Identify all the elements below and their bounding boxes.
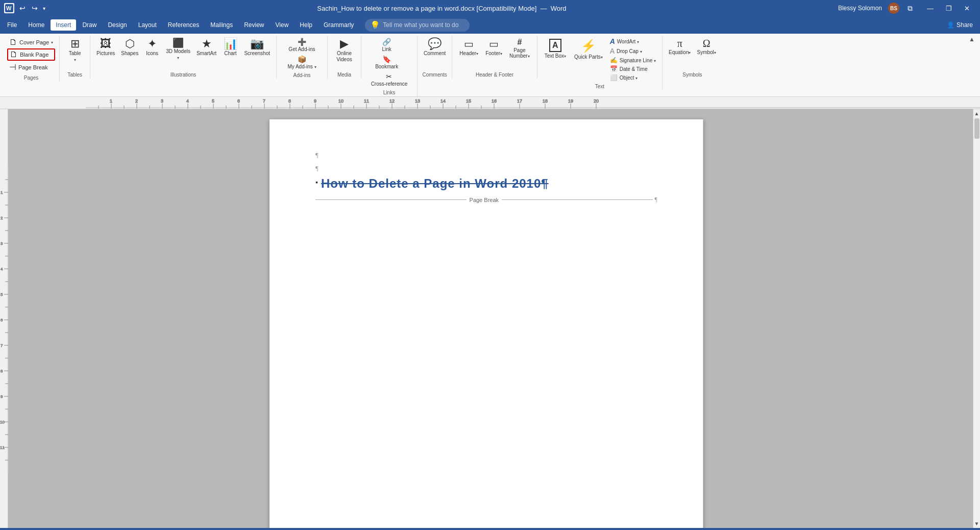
object-button[interactable]: ⬜ Object ▾ bbox=[608, 73, 658, 82]
object-label: Object ▾ bbox=[620, 75, 638, 81]
my-addins-label: My Add-ins ▾ bbox=[287, 64, 316, 69]
blank-page-button[interactable]: 🗋 Blank Page bbox=[7, 48, 55, 61]
media-group-label: Media bbox=[332, 70, 357, 78]
svg-text:1: 1 bbox=[1, 190, 3, 195]
app-name: Word bbox=[551, 5, 567, 12]
ruler: 1 2 3 4 5 6 7 8 9 10 11 12 13 14 15 16 1… bbox=[86, 97, 980, 109]
icons-button[interactable]: ✦ Icons bbox=[142, 37, 162, 58]
cover-page-icon: 🗋 bbox=[9, 38, 17, 47]
link-icon: 🔗 bbox=[382, 38, 391, 46]
title-bar-right: Blessy Solomon BS ⧉ — ❐ ✕ bbox=[838, 0, 976, 16]
svg-text:10: 10 bbox=[338, 98, 344, 104]
symbol-button[interactable]: Ω Symbol▾ bbox=[695, 37, 718, 57]
undo-button[interactable]: ↩ bbox=[17, 3, 28, 13]
chart-button[interactable]: 📊 Chart bbox=[220, 37, 240, 58]
svg-text:2: 2 bbox=[135, 98, 138, 104]
menu-insert[interactable]: Insert bbox=[51, 19, 76, 31]
menu-view[interactable]: View bbox=[271, 19, 294, 31]
smartart-button[interactable]: ★ SmartArt bbox=[194, 37, 218, 58]
smartart-label: SmartArt bbox=[197, 51, 216, 57]
page-number-button[interactable]: # PageNumber▾ bbox=[506, 37, 533, 60]
screenshot-button[interactable]: 📷 Screenshot bbox=[242, 37, 272, 58]
3d-models-dropdown-arrow: ▾ bbox=[177, 56, 179, 60]
menu-bar: File Home Insert Draw Design Layout Refe… bbox=[0, 16, 980, 34]
menu-layout[interactable]: Layout bbox=[133, 19, 162, 31]
scroll-down-button[interactable]: ▼ bbox=[973, 519, 980, 528]
symbol-icon: Ω bbox=[703, 38, 710, 48]
title-bar: W ↩ ↪ ▾ Sachin_How to delete or remove a… bbox=[0, 0, 980, 16]
my-addins-button[interactable]: 📦 My Add-ins ▾ bbox=[284, 54, 320, 70]
text-box-button[interactable]: A Text Box▾ bbox=[542, 37, 569, 61]
svg-text:11: 11 bbox=[0, 445, 5, 450]
menu-design[interactable]: Design bbox=[103, 19, 132, 31]
scroll-up-button[interactable]: ▲ bbox=[973, 109, 980, 118]
cover-page-button[interactable]: 🗋 Cover Page ▾ bbox=[7, 37, 55, 48]
get-addins-button[interactable]: ➕ Get Add-ins bbox=[284, 37, 320, 53]
pages-group-label: Pages bbox=[7, 73, 55, 81]
link-button[interactable]: 🔗 Link bbox=[369, 37, 405, 53]
maximize-button[interactable]: ❐ bbox=[940, 0, 958, 16]
drop-cap-button[interactable]: A Drop Cap ▾ bbox=[608, 46, 658, 56]
vertical-scrollbar[interactable]: ▲ ▼ bbox=[973, 109, 980, 528]
pictures-button[interactable]: 🖼 Pictures bbox=[94, 37, 117, 58]
menu-home[interactable]: Home bbox=[23, 19, 50, 31]
cross-reference-button[interactable]: ✂ Cross-reference bbox=[369, 71, 410, 88]
paragraph-2: ¶ bbox=[315, 163, 657, 172]
header-footer-group-label: Header & Footer bbox=[456, 70, 532, 78]
left-vertical-ruler: 1 2 3 4 5 6 7 8 9 10 11 bbox=[0, 109, 8, 528]
icons-label: Icons bbox=[146, 51, 158, 57]
scroll-thumb[interactable] bbox=[974, 118, 979, 139]
menu-help[interactable]: Help bbox=[295, 19, 317, 31]
document-page[interactable]: ¶ ¶ ▪ How to Delete a Page in Word 2010¶… bbox=[270, 119, 703, 528]
footer-icon: ▭ bbox=[489, 38, 499, 50]
menu-review[interactable]: Review bbox=[239, 19, 269, 31]
quick-parts-button[interactable]: ⚡ Quick Parts▾ bbox=[571, 37, 606, 62]
svg-text:14: 14 bbox=[440, 98, 446, 104]
shapes-icon: ⬡ bbox=[125, 38, 135, 49]
heading-bullet: ▪ bbox=[315, 179, 318, 187]
blank-page-icon: 🗋 bbox=[10, 50, 18, 59]
menu-grammarly[interactable]: Grammarly bbox=[318, 19, 359, 31]
close-button[interactable]: ✕ bbox=[958, 0, 976, 16]
svg-text:16: 16 bbox=[492, 98, 497, 104]
ribbon-display-options-button[interactable]: ⧉ bbox=[903, 4, 917, 13]
link-label: Link bbox=[382, 46, 391, 52]
menu-file[interactable]: File bbox=[2, 19, 22, 31]
tell-me-input[interactable] bbox=[383, 21, 464, 29]
page-break-dash-right bbox=[502, 199, 653, 200]
menu-mailings[interactable]: Mailings bbox=[205, 19, 238, 31]
comment-button[interactable]: 💬 Comment bbox=[422, 37, 448, 58]
object-icon: ⬜ bbox=[610, 74, 618, 81]
page-number-label: PageNumber▾ bbox=[509, 47, 530, 59]
footer-button[interactable]: ▭ Footer▾ bbox=[482, 37, 505, 57]
bookmark-button[interactable]: 🔖 Bookmark bbox=[369, 54, 405, 70]
shapes-button[interactable]: ⬡ Shapes bbox=[119, 37, 140, 58]
shapes-label: Shapes bbox=[121, 51, 138, 57]
equation-button[interactable]: π Equation▾ bbox=[667, 37, 693, 57]
icons-icon: ✦ bbox=[148, 38, 157, 49]
table-button[interactable]: ⊞ Table ▾ bbox=[65, 37, 85, 64]
cover-page-label: Cover Page bbox=[19, 39, 49, 45]
ruler-area: 1 2 3 4 5 6 7 8 9 10 11 12 13 14 15 16 1… bbox=[0, 97, 980, 109]
wordart-button[interactable]: A WordArt ▾ bbox=[608, 37, 658, 46]
menu-draw[interactable]: Draw bbox=[77, 19, 102, 31]
doc-heading: How to Delete a Page in Word 2010¶ bbox=[321, 176, 549, 191]
page-break-button[interactable]: ⊣ Page Break bbox=[7, 61, 55, 73]
online-videos-button[interactable]: ▶ OnlineVideos bbox=[334, 37, 354, 64]
menu-references[interactable]: References bbox=[163, 19, 204, 31]
3d-models-button[interactable]: ⬛ 3D Models ▾ bbox=[164, 37, 192, 62]
date-time-icon: 📅 bbox=[610, 65, 618, 72]
ribbon-collapse-button[interactable]: ▲ bbox=[969, 36, 975, 43]
3d-models-label: 3D Models bbox=[166, 48, 190, 55]
minimize-button[interactable]: — bbox=[921, 0, 940, 16]
date-time-button[interactable]: 📅 Date & Time bbox=[608, 65, 658, 73]
ribbon-group-comments: 💬 Comment Comments bbox=[418, 36, 452, 79]
signature-line-label: Signature Line ▾ bbox=[620, 58, 656, 63]
tell-me-box[interactable]: 💡 bbox=[365, 19, 470, 32]
signature-line-button[interactable]: ✍ Signature Line ▾ bbox=[608, 56, 658, 64]
redo-button[interactable]: ↪ bbox=[30, 3, 40, 13]
header-button[interactable]: ▭ Header▾ bbox=[456, 37, 481, 57]
share-button[interactable]: 👤 Share bbox=[942, 19, 978, 31]
quick-parts-icon: ⚡ bbox=[581, 39, 596, 53]
svg-text:20: 20 bbox=[594, 98, 599, 104]
